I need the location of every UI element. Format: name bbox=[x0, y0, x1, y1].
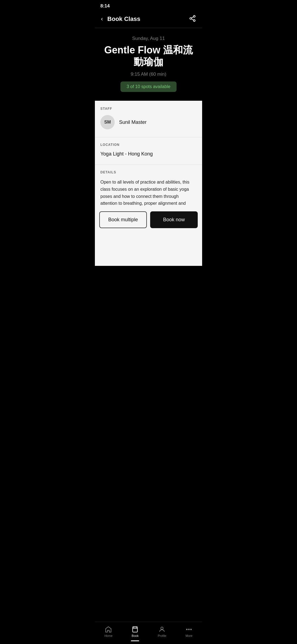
action-buttons: Book multiple Book now bbox=[95, 207, 202, 233]
details-section-label: DETAILS bbox=[100, 170, 197, 174]
spots-available-badge: 3 of 10 spots available bbox=[120, 81, 176, 92]
staff-avatar: SM bbox=[100, 115, 115, 129]
location-section: LOCATION Yoga Light - Hong Kong bbox=[95, 137, 202, 165]
top-nav: ‹ Book Class bbox=[95, 11, 202, 28]
page-content: Sunday, Aug 11 Gentle Flow 温和流動瑜伽 9:15 A… bbox=[95, 28, 202, 304]
back-chevron-icon: ‹ bbox=[101, 15, 103, 23]
book-multiple-button[interactable]: Book multiple bbox=[99, 211, 147, 228]
share-button[interactable] bbox=[188, 14, 197, 24]
class-time: 9:15 AM (60 min) bbox=[101, 72, 196, 77]
svg-line-3 bbox=[191, 19, 193, 20]
staff-row: SM Sunil Master bbox=[100, 115, 197, 129]
svg-point-1 bbox=[190, 18, 192, 20]
page-title: Book Class bbox=[107, 15, 140, 23]
details-text: Open to all levels of practice and abili… bbox=[100, 179, 197, 207]
class-date: Sunday, Aug 11 bbox=[101, 36, 196, 41]
staff-name: Sunil Master bbox=[119, 119, 147, 125]
staff-section-label: STAFF bbox=[100, 107, 197, 111]
class-header: Sunday, Aug 11 Gentle Flow 温和流動瑜伽 9:15 A… bbox=[95, 28, 202, 101]
status-bar: 8:14 bbox=[95, 0, 202, 11]
staff-section: STAFF SM Sunil Master bbox=[95, 101, 202, 137]
location-name: Yoga Light - Hong Kong bbox=[100, 151, 197, 157]
book-now-button[interactable]: Book now bbox=[150, 211, 198, 228]
class-title: Gentle Flow 温和流動瑜伽 bbox=[101, 44, 196, 68]
svg-line-4 bbox=[191, 17, 193, 18]
back-button[interactable]: ‹ bbox=[100, 14, 104, 24]
status-time: 8:14 bbox=[100, 3, 110, 9]
details-section: DETAILS Open to all levels of practice a… bbox=[95, 165, 202, 207]
share-icon bbox=[189, 15, 196, 22]
svg-point-0 bbox=[193, 15, 195, 17]
svg-point-2 bbox=[193, 20, 195, 21]
location-section-label: LOCATION bbox=[100, 143, 197, 147]
nav-left: ‹ Book Class bbox=[100, 14, 140, 24]
content-section: STAFF SM Sunil Master LOCATION Yoga Ligh… bbox=[95, 101, 202, 266]
